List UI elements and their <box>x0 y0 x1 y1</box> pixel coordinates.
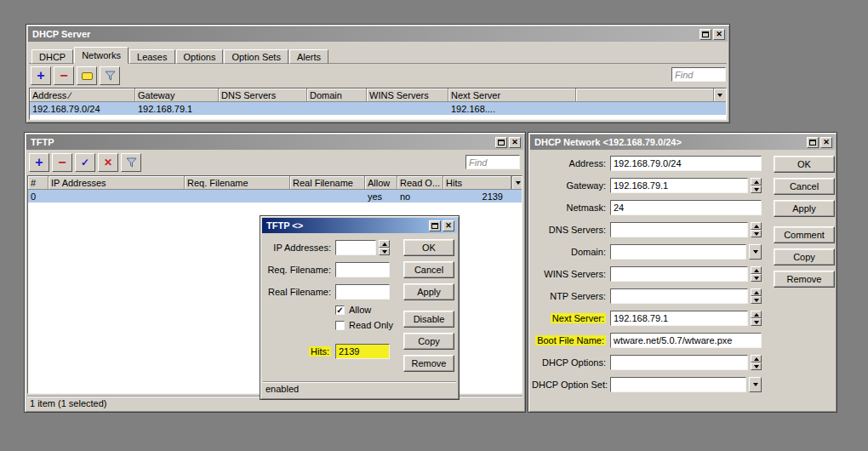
allow-checkbox[interactable]: ✓ <box>335 305 345 315</box>
tab-dhcp[interactable]: DHCP <box>31 49 73 64</box>
wins-servers-input[interactable] <box>610 266 748 282</box>
column-header-address[interactable]: Address∕ <box>30 88 135 101</box>
domain-dropdown-button[interactable] <box>749 244 762 260</box>
dhcp-server-titlebar[interactable]: DHCP Server ✕ <box>28 26 728 42</box>
table-row[interactable]: 192.168.79.0/24 192.168.79.1 192.168.... <box>30 102 726 115</box>
dns-servers-spinner[interactable] <box>751 222 762 237</box>
domain-input[interactable] <box>610 244 746 260</box>
hits-input[interactable]: 2139 <box>335 344 390 359</box>
address-input[interactable]: 192.168.79.0/24 <box>610 156 762 171</box>
spin-down-button[interactable] <box>751 186 762 193</box>
comment-button[interactable]: Comment <box>774 226 835 243</box>
column-selector-button[interactable] <box>713 88 726 101</box>
find-input[interactable]: Find <box>465 155 520 169</box>
remove-button[interactable]: − <box>54 66 74 85</box>
copy-button[interactable]: Copy <box>403 333 454 350</box>
ip-addresses-input[interactable] <box>335 240 376 255</box>
maximize-button[interactable] <box>700 29 711 40</box>
checkbox-label[interactable]: Read Only <box>349 320 393 330</box>
boot-file-name-input[interactable]: wtware.net/5.0.7/wtware.pxe <box>610 333 762 348</box>
spin-down-button[interactable] <box>751 230 762 237</box>
maximize-button[interactable] <box>807 137 819 148</box>
filter-button[interactable] <box>121 153 141 172</box>
column-selector-button[interactable] <box>511 176 523 189</box>
spin-up-button[interactable] <box>751 178 762 186</box>
column-header-gateway[interactable]: Gateway <box>135 88 219 101</box>
column-header-dns-servers[interactable]: DNS Servers <box>219 88 307 101</box>
tab-options[interactable]: Options <box>176 49 224 64</box>
gateway-input[interactable]: 192.168.79.1 <box>610 178 748 193</box>
column-header-ip-addresses[interactable]: IP Addresses <box>49 176 185 189</box>
req-filename-input[interactable] <box>335 262 390 277</box>
column-header-domain[interactable]: Domain <box>307 88 367 101</box>
column-header-next-server[interactable]: Next Server <box>448 88 576 101</box>
enable-button[interactable]: ✓ <box>75 153 95 172</box>
ok-button[interactable]: OK <box>403 239 454 256</box>
column-header-real-filename[interactable]: Real Filename <box>290 176 365 189</box>
gateway-spinner[interactable] <box>751 178 762 193</box>
column-header-read-only[interactable]: Read O... <box>397 176 443 189</box>
comment-button[interactable] <box>77 66 97 85</box>
wins-servers-spinner[interactable] <box>751 266 762 282</box>
spin-up-button[interactable] <box>751 266 762 274</box>
close-button[interactable]: ✕ <box>509 137 521 148</box>
copy-button[interactable]: Copy <box>774 248 835 265</box>
disable-button[interactable]: ✕ <box>98 153 118 172</box>
checkbox-label[interactable]: Allow <box>349 305 371 315</box>
ntp-servers-input[interactable] <box>610 288 748 304</box>
ntp-servers-spinner[interactable] <box>751 288 762 304</box>
column-header-allow[interactable]: Allow <box>365 176 397 189</box>
spin-up-button[interactable] <box>751 311 762 318</box>
dhcp-network-titlebar[interactable]: DHCP Network <192.168.79.0/24> ✕ <box>530 134 835 150</box>
tab-networks[interactable]: Networks <box>74 47 128 64</box>
netmask-input[interactable]: 24 <box>610 200 762 215</box>
dhcp-options-input[interactable] <box>610 355 748 370</box>
maximize-button[interactable] <box>429 220 441 231</box>
close-button[interactable]: ✕ <box>713 29 725 40</box>
close-button[interactable]: ✕ <box>443 220 454 231</box>
ok-button[interactable]: OK <box>774 156 835 173</box>
cancel-button[interactable]: Cancel <box>774 178 835 195</box>
tab-alerts[interactable]: Alerts <box>289 49 328 64</box>
disable-button[interactable]: Disable <box>403 311 454 328</box>
column-header-num[interactable]: # <box>28 176 49 189</box>
spin-up-button[interactable] <box>379 240 390 248</box>
next-server-spinner[interactable] <box>751 311 762 326</box>
spin-up-button[interactable] <box>751 222 762 230</box>
column-header-wins-servers[interactable]: WINS Servers <box>367 88 448 101</box>
dns-servers-input[interactable] <box>610 222 748 237</box>
close-button[interactable]: ✕ <box>820 137 832 148</box>
remove-button[interactable]: − <box>52 153 72 172</box>
spin-down-button[interactable] <box>379 248 390 255</box>
tftp-titlebar[interactable]: TFTP ✕ <box>26 134 523 150</box>
add-button[interactable]: + <box>29 153 49 172</box>
cancel-button[interactable]: Cancel <box>403 261 454 278</box>
tftp-dialog-titlebar[interactable]: TFTP <> ✕ <box>262 218 457 233</box>
spin-up-button[interactable] <box>751 288 762 296</box>
filter-button[interactable] <box>100 66 120 85</box>
tab-leases[interactable]: Leases <box>129 49 174 64</box>
apply-button[interactable]: Apply <box>403 283 454 300</box>
spin-down-button[interactable] <box>751 274 762 282</box>
dhcp-option-set-input[interactable] <box>610 377 746 392</box>
remove-button[interactable]: Remove <box>403 355 454 372</box>
find-input[interactable]: Find <box>671 67 726 82</box>
spin-down-button[interactable] <box>751 363 762 370</box>
apply-button[interactable]: Apply <box>774 200 835 217</box>
ip-addresses-spinner[interactable] <box>379 240 390 255</box>
real-filename-input[interactable] <box>335 284 390 300</box>
remove-button[interactable]: Remove <box>774 271 835 288</box>
add-button[interactable]: + <box>31 66 51 85</box>
dhcp-option-set-dropdown-button[interactable] <box>749 377 762 392</box>
read-only-checkbox[interactable] <box>335 321 345 330</box>
dhcp-options-spinner[interactable] <box>751 355 762 370</box>
maximize-button[interactable] <box>495 137 507 148</box>
table-row[interactable]: 0 yes no 2139 <box>28 190 522 203</box>
column-header-req-filename[interactable]: Req. Filename <box>185 176 290 189</box>
spin-down-button[interactable] <box>751 296 762 304</box>
column-header-hits[interactable]: Hits <box>443 176 511 189</box>
spin-down-button[interactable] <box>751 318 762 326</box>
next-server-input[interactable]: 192.168.79.1 <box>610 311 748 326</box>
tab-option-sets[interactable]: Option Sets <box>224 49 288 64</box>
spin-up-button[interactable] <box>751 355 762 363</box>
